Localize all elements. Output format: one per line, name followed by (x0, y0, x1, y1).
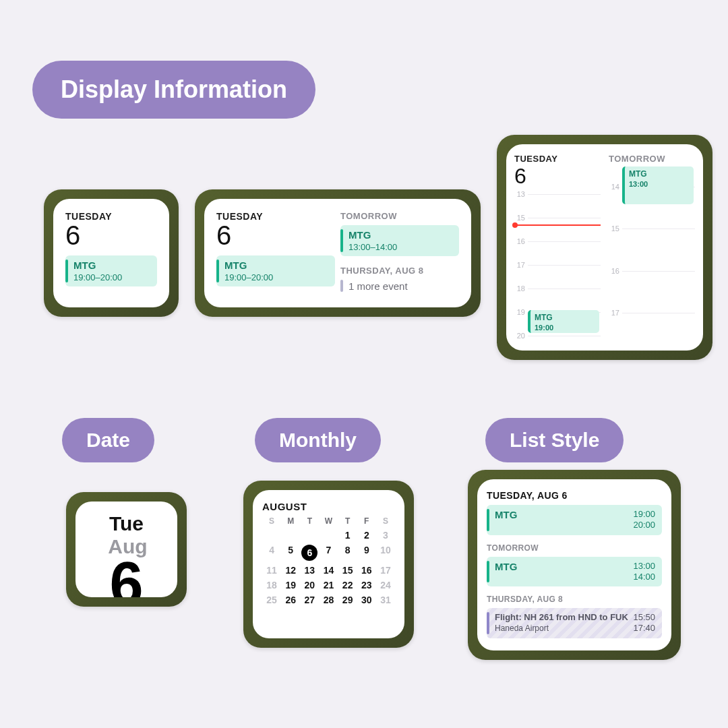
event-times: 13:00 14:00 (633, 561, 655, 583)
day-label: TUESDAY (514, 154, 601, 164)
event-title: MTG (73, 260, 122, 271)
month-day-cell[interactable]: 24 (376, 580, 395, 590)
month-day-cell[interactable] (262, 530, 281, 541)
month-day-cell[interactable]: 18 (262, 580, 281, 590)
month-day-cell[interactable]: 5 (281, 545, 300, 561)
event-color-bar (216, 260, 219, 282)
event-title: MTG (535, 313, 553, 322)
event-title: MTG (495, 509, 633, 531)
more-events-row[interactable]: 1 more event (340, 280, 459, 292)
month-day-cell[interactable]: 4 (262, 545, 281, 561)
month-day-cell[interactable]: 13 (300, 565, 319, 576)
event-title: MTG (629, 169, 647, 179)
month-day-cell[interactable]: 10 (376, 545, 395, 561)
month-day-cell[interactable]: 15 (338, 565, 357, 576)
month-day-cell[interactable]: 23 (357, 580, 376, 590)
day-number: 6 (216, 222, 335, 249)
month-day-cell[interactable]: 27 (300, 595, 319, 605)
month-day-cell[interactable]: 14 (319, 565, 338, 576)
month-day-cell[interactable]: 25 (262, 595, 281, 605)
month-day-cell[interactable]: 29 (338, 595, 357, 605)
hour-gridline (622, 271, 695, 272)
event-color-bar (487, 612, 489, 634)
hour-label: 17 (609, 309, 619, 317)
calendar-widget-small[interactable]: TUESDAY 6 MTG 19:00–20:00 (44, 189, 179, 317)
month-day-cell[interactable]: 17 (376, 565, 395, 576)
event-item[interactable]: MTG 19:00–20:00 (216, 255, 335, 286)
event-color-bar (65, 260, 68, 282)
month-day-cell[interactable]: 22 (338, 580, 357, 590)
event-item[interactable]: MTG 19:00–20:00 (65, 255, 157, 286)
month-day-cell[interactable]: 6 (300, 545, 319, 561)
day-label: TUESDAY (216, 211, 335, 222)
event-time: 19:00–20:00 (73, 272, 122, 282)
month-day-cell[interactable]: 20 (300, 580, 319, 590)
month-day-cell[interactable]: 1 (338, 530, 357, 541)
dow-header: S (376, 516, 395, 526)
month-day-cell[interactable]: 7 (319, 545, 338, 561)
calendar-widget-list[interactable]: TUESDAY, AUG 6 MTG 19:00 20:00 TOMORROW … (468, 470, 681, 660)
month-day-cell[interactable]: 11 (262, 565, 281, 576)
tomorrow-label: TOMORROW (340, 211, 459, 221)
hour-gridline (528, 218, 601, 218)
event-item[interactable]: MTG 19:00 20:00 (487, 505, 662, 535)
month-day-cell[interactable] (319, 530, 338, 541)
hour-grid-today: 13151617181920 MTG 19:00 (514, 194, 601, 336)
event-title: MTG (348, 229, 397, 241)
calendar-widget-date[interactable]: Tue Aug 6 (66, 492, 187, 607)
hour-gridline (528, 241, 601, 242)
dow-header: T (300, 516, 319, 526)
month-day-cell[interactable]: 30 (357, 595, 376, 605)
event-block[interactable]: MTG 13:00 (622, 166, 694, 204)
hour-label: 18 (514, 284, 525, 293)
event-color-bar (340, 229, 343, 252)
event-item[interactable]: MTG 13:00 14:00 (487, 557, 662, 587)
hour-gridline (528, 265, 601, 266)
month-day-cell[interactable]: 21 (319, 580, 338, 590)
event-time: 13:00–14:00 (348, 242, 397, 252)
section-label-monthly: Monthly (255, 418, 381, 462)
calendar-widget-hourly[interactable]: TUESDAY 6 13151617181920 MTG 19:00 TOMOR… (497, 135, 712, 360)
month-day-cell[interactable]: 8 (338, 545, 357, 561)
hour-gridline (528, 194, 601, 195)
month-day-cell[interactable]: 12 (281, 565, 300, 576)
month-day-cell[interactable]: 3 (376, 530, 395, 541)
month-day-cell[interactable]: 31 (376, 595, 395, 605)
list-day-header: THURSDAY, AUG 8 (487, 595, 662, 604)
hour-label: 20 (514, 332, 525, 340)
list-day-header: TUESDAY, AUG 6 (487, 490, 662, 501)
event-title: MTG (224, 260, 273, 271)
month-day-cell[interactable] (300, 530, 319, 541)
event-item[interactable]: MTG 13:00–14:00 (340, 225, 459, 256)
month-grid[interactable]: SMTWTFS123456789101112131415161718192021… (262, 516, 395, 605)
now-indicator (514, 224, 601, 226)
calendar-widget-monthly[interactable]: AUGUST SMTWTFS12345678910111213141516171… (243, 481, 414, 648)
hour-label: 13 (514, 190, 525, 198)
section-label-display-info: Display Information (32, 61, 315, 119)
calendar-widget-medium[interactable]: TUESDAY 6 MTG 19:00–20:00 TOMORROW MTG 1… (195, 189, 481, 317)
hour-gridline (528, 336, 601, 336)
event-time: 19:00–20:00 (224, 272, 273, 282)
event-color-bar (487, 509, 489, 531)
event-item[interactable]: Flight: NH 261 from HND to FUK Haneda Ai… (487, 608, 662, 638)
event-time: 13:00 (629, 180, 690, 188)
event-title: Flight: NH 261 from HND to FUK (495, 612, 633, 622)
month-day-cell[interactable] (281, 530, 300, 541)
day-number: 6 (514, 164, 601, 189)
dow-header: T (338, 516, 357, 526)
event-times: 15:50 17:40 (633, 612, 655, 634)
dow-header: M (281, 516, 300, 526)
month-day-cell[interactable]: 19 (281, 580, 300, 590)
more-events-text: 1 more event (348, 280, 408, 292)
next-day-label: THURSDAY, AUG 8 (340, 266, 459, 276)
month-day-cell[interactable]: 2 (357, 530, 376, 541)
hour-gridline (622, 229, 695, 229)
section-label-list-style: List Style (485, 418, 624, 462)
month-day-cell[interactable]: 26 (281, 595, 300, 605)
event-color-bar (487, 561, 489, 583)
event-block[interactable]: MTG 19:00 (528, 310, 599, 333)
month-day-cell[interactable]: 28 (319, 595, 338, 605)
month-day-cell[interactable]: 16 (357, 565, 376, 576)
month-day-cell[interactable]: 9 (357, 545, 376, 561)
section-label-date: Date (62, 418, 154, 462)
